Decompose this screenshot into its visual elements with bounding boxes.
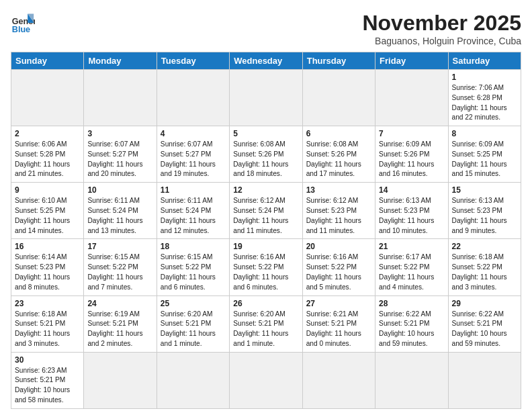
day-info: Sunrise: 6:08 AMSunset: 5:26 PMDaylight:… [306,140,371,179]
day-info: Sunrise: 6:13 AMSunset: 5:23 PMDaylight:… [452,196,517,236]
calendar-table: SundayMondayTuesdayWednesdayThursdayFrid… [11,52,521,409]
day-info: Sunrise: 6:12 AMSunset: 5:23 PMDaylight:… [306,196,371,236]
day-number: 19 [233,242,298,251]
calendar-cell [11,70,84,126]
calendar-header-row: SundayMondayTuesdayWednesdayThursdayFrid… [11,52,521,70]
day-number: 6 [306,129,371,138]
calendar-cell: 17Sunrise: 6:15 AMSunset: 5:22 PMDayligh… [84,239,157,295]
page-header: General Blue November 2025 Baguanos, Hol… [11,11,521,46]
day-info: Sunrise: 6:13 AMSunset: 5:23 PMDaylight:… [379,196,444,236]
calendar-cell [375,70,448,126]
day-number: 7 [379,129,444,138]
weekday-header-monday: Monday [84,52,157,70]
calendar-week-5: 23Sunrise: 6:18 AMSunset: 5:21 PMDayligh… [11,295,521,352]
svg-text:Blue: Blue [12,25,30,34]
day-number: 14 [379,185,444,195]
calendar-cell: 1Sunrise: 7:06 AMSunset: 6:28 PMDaylight… [448,70,521,126]
title-section: November 2025 Baguanos, Holguin Province… [362,11,521,46]
day-number: 3 [87,129,152,138]
calendar-cell: 8Sunrise: 6:09 AMSunset: 5:25 PMDaylight… [448,126,521,183]
calendar-cell: 16Sunrise: 6:14 AMSunset: 5:23 PMDayligh… [11,239,84,295]
day-info: Sunrise: 7:06 AMSunset: 6:28 PMDaylight:… [452,83,517,123]
calendar-cell: 18Sunrise: 6:15 AMSunset: 5:22 PMDayligh… [157,239,229,295]
calendar-week-2: 2Sunrise: 6:06 AMSunset: 5:28 PMDaylight… [11,126,521,183]
logo: General Blue [11,11,35,35]
day-info: Sunrise: 6:21 AMSunset: 5:21 PMDaylight:… [306,310,371,349]
weekday-header-thursday: Thursday [302,52,375,70]
weekday-header-friday: Friday [375,52,448,70]
day-info: Sunrise: 6:09 AMSunset: 5:26 PMDaylight:… [379,140,444,179]
day-number: 12 [233,185,298,195]
day-number: 16 [15,242,80,251]
day-number: 11 [161,185,226,195]
day-info: Sunrise: 6:18 AMSunset: 5:21 PMDaylight:… [15,310,80,349]
day-info: Sunrise: 6:16 AMSunset: 5:22 PMDaylight:… [306,253,371,292]
calendar-cell: 28Sunrise: 6:22 AMSunset: 5:21 PMDayligh… [375,295,448,352]
calendar-cell [448,352,521,408]
calendar-cell [84,352,157,408]
day-info: Sunrise: 6:16 AMSunset: 5:22 PMDaylight:… [233,253,298,292]
day-number: 5 [233,129,298,138]
calendar-week-4: 16Sunrise: 6:14 AMSunset: 5:23 PMDayligh… [11,239,521,295]
day-number: 10 [87,185,152,195]
day-number: 15 [452,185,517,195]
day-number: 13 [306,185,371,195]
calendar-body: 1Sunrise: 7:06 AMSunset: 6:28 PMDaylight… [11,70,521,409]
month-title: November 2025 [362,11,521,36]
calendar-cell [84,70,157,126]
calendar-cell: 4Sunrise: 6:07 AMSunset: 5:27 PMDaylight… [157,126,229,183]
calendar-cell: 12Sunrise: 6:12 AMSunset: 5:24 PMDayligh… [230,183,302,239]
logo-icon: General Blue [11,11,35,35]
calendar-cell: 25Sunrise: 6:20 AMSunset: 5:21 PMDayligh… [157,295,229,352]
day-number: 8 [452,129,517,138]
day-info: Sunrise: 6:07 AMSunset: 5:27 PMDaylight:… [87,140,152,179]
day-number: 22 [452,242,517,251]
calendar-cell [230,70,302,126]
day-info: Sunrise: 6:19 AMSunset: 5:21 PMDaylight:… [87,310,152,349]
day-number: 29 [452,299,517,308]
day-info: Sunrise: 6:06 AMSunset: 5:28 PMDaylight:… [15,140,80,179]
calendar-week-6: 30Sunrise: 6:23 AMSunset: 5:21 PMDayligh… [11,352,521,408]
day-info: Sunrise: 6:12 AMSunset: 5:24 PMDaylight:… [233,196,298,236]
calendar-cell: 15Sunrise: 6:13 AMSunset: 5:23 PMDayligh… [448,183,521,239]
weekday-header-sunday: Sunday [11,52,84,70]
day-info: Sunrise: 6:15 AMSunset: 5:22 PMDaylight:… [161,253,226,292]
day-info: Sunrise: 6:14 AMSunset: 5:23 PMDaylight:… [15,253,80,292]
day-number: 21 [379,242,444,251]
day-number: 2 [15,129,80,138]
day-info: Sunrise: 6:20 AMSunset: 5:21 PMDaylight:… [161,310,226,349]
calendar-cell: 7Sunrise: 6:09 AMSunset: 5:26 PMDaylight… [375,126,448,183]
day-info: Sunrise: 6:15 AMSunset: 5:22 PMDaylight:… [87,253,152,292]
day-number: 18 [161,242,226,251]
location: Baguanos, Holguin Province, Cuba [362,36,521,46]
weekday-header-saturday: Saturday [448,52,521,70]
calendar-cell [230,352,302,408]
calendar-cell [157,70,229,126]
day-info: Sunrise: 6:23 AMSunset: 5:21 PMDaylight:… [15,366,80,406]
day-number: 20 [306,242,371,251]
calendar-cell: 19Sunrise: 6:16 AMSunset: 5:22 PMDayligh… [230,239,302,295]
weekday-header-wednesday: Wednesday [230,52,302,70]
calendar-cell: 29Sunrise: 6:22 AMSunset: 5:21 PMDayligh… [448,295,521,352]
calendar-cell: 27Sunrise: 6:21 AMSunset: 5:21 PMDayligh… [302,295,375,352]
day-info: Sunrise: 6:09 AMSunset: 5:25 PMDaylight:… [452,140,517,179]
calendar-cell: 3Sunrise: 6:07 AMSunset: 5:27 PMDaylight… [84,126,157,183]
calendar-cell: 11Sunrise: 6:11 AMSunset: 5:24 PMDayligh… [157,183,229,239]
day-info: Sunrise: 6:20 AMSunset: 5:21 PMDaylight:… [233,310,298,349]
day-info: Sunrise: 6:10 AMSunset: 5:25 PMDaylight:… [15,196,80,236]
calendar-cell: 14Sunrise: 6:13 AMSunset: 5:23 PMDayligh… [375,183,448,239]
calendar-cell: 22Sunrise: 6:18 AMSunset: 5:22 PMDayligh… [448,239,521,295]
day-info: Sunrise: 6:17 AMSunset: 5:22 PMDaylight:… [379,253,444,292]
day-number: 17 [87,242,152,251]
weekday-header-tuesday: Tuesday [157,52,229,70]
calendar-cell: 6Sunrise: 6:08 AMSunset: 5:26 PMDaylight… [302,126,375,183]
calendar-cell: 13Sunrise: 6:12 AMSunset: 5:23 PMDayligh… [302,183,375,239]
day-number: 24 [87,299,152,308]
day-number: 23 [15,299,80,308]
day-number: 25 [161,299,226,308]
day-info: Sunrise: 6:11 AMSunset: 5:24 PMDaylight:… [161,196,226,236]
day-info: Sunrise: 6:22 AMSunset: 5:21 PMDaylight:… [452,310,517,349]
day-info: Sunrise: 6:11 AMSunset: 5:24 PMDaylight:… [87,196,152,236]
calendar-week-3: 9Sunrise: 6:10 AMSunset: 5:25 PMDaylight… [11,183,521,239]
day-info: Sunrise: 6:07 AMSunset: 5:27 PMDaylight:… [161,140,226,179]
